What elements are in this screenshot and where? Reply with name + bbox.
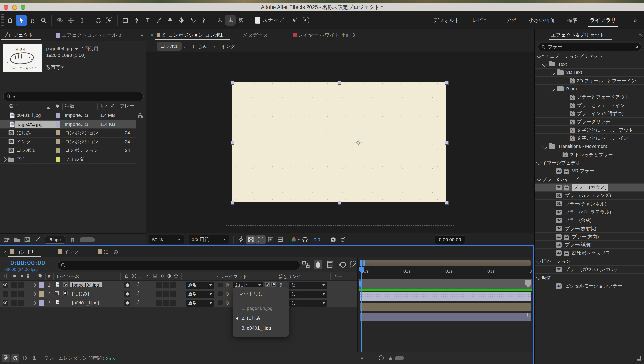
selection-handle[interactable] [445, 81, 448, 84]
project-item-インク[interactable]: インクコンポジション24 [0, 137, 136, 146]
render-engine-icon[interactable] [34, 236, 41, 243]
toggle-inout-pane-icon[interactable] [20, 354, 28, 362]
sort-ascending-icon[interactable] [46, 104, 50, 110]
blend-mode-dropdown[interactable]: 通常 [186, 282, 214, 289]
tool-eraser[interactable] [176, 15, 187, 26]
effect-item-ブラー(合成)[interactable]: 32ブラー(合成) [535, 216, 644, 225]
effect-item-旧バージョン[interactable]: 旧バージョン [535, 257, 644, 266]
effect-item-ブラー(カメラレンズ)[interactable]: 32ブラー(カメラレンズ) [535, 192, 644, 200]
effect-item-ブラーとフェードアウト[interactable]: fxブラーとフェードアウト [535, 93, 644, 101]
video-column-icon[interactable] [4, 274, 9, 279]
more-tabs-icon[interactable]: » [140, 32, 146, 38]
frame-blend-toggle[interactable] [156, 291, 162, 297]
tab-effect-controls[interactable]: エフェクトコントロール p [53, 29, 124, 41]
quality-column-icon[interactable] [139, 274, 144, 279]
shy-toggle[interactable] [124, 299, 130, 306]
transparency-grid-icon[interactable] [246, 235, 256, 244]
tool-type[interactable]: T [142, 15, 154, 26]
current-timecode[interactable]: 0:00:00:00 [10, 259, 46, 266]
workspace-menu-icon[interactable]: ≡ [622, 17, 631, 23]
label-column-icon[interactable] [38, 274, 43, 279]
effect-item-ブラーイン (1 語ずつ)[interactable]: fxブラーイン (1 語ずつ) [535, 109, 644, 118]
audio-column-icon[interactable] [12, 274, 16, 279]
effect-item-3D Text[interactable]: 3D Text [535, 68, 644, 77]
viewer-timecode[interactable]: 0:00:00:00 [435, 235, 465, 244]
tool-rectangle[interactable] [120, 15, 131, 26]
panel-menu-icon[interactable]: ≡ [607, 32, 610, 38]
effect-item-ブラー(方向)[interactable]: 32ブラー(方向) [535, 233, 644, 241]
anchor-point-icon[interactable] [354, 139, 362, 147]
project-item-p0401_l.jpg[interactable]: p0401_l.jpgImporte...G1.4 MB [0, 111, 136, 120]
effect-item-ピクセルモーションブラー[interactable]: 32ピクセルモーションブラー [535, 282, 644, 290]
project-search-input[interactable] [3, 92, 144, 101]
motion-blur-toggle[interactable] [163, 282, 169, 288]
parent-link-column[interactable]: 親とリンク [278, 274, 302, 280]
tool-pan-camera[interactable] [65, 15, 76, 26]
tab-composition[interactable]: コンポジション コンポ1≡ [154, 29, 232, 41]
label-chip[interactable] [56, 148, 60, 153]
alpha-matte-icon[interactable] [265, 282, 270, 287]
tool-hand[interactable] [27, 15, 38, 26]
solo-toggle[interactable] [18, 282, 24, 288]
layer-bar-2[interactable] [360, 303, 531, 311]
col-name[interactable]: 名前 [8, 103, 18, 109]
timeline-layer-2[interactable]: 2[にじみ]/通常@なし [0, 290, 357, 299]
new-composition-icon[interactable] [24, 236, 30, 243]
zoom-in-frames-icon[interactable] [389, 356, 392, 359]
threed-toggle[interactable] [170, 299, 176, 306]
comp-mini-flowchart-icon[interactable] [302, 260, 310, 269]
label-chip[interactable] [56, 130, 60, 135]
selection-handle[interactable] [230, 201, 234, 204]
motion-blur-toggle[interactable] [163, 299, 169, 306]
local-axis-mode[interactable] [214, 15, 225, 26]
solo-toggle[interactable] [18, 299, 24, 306]
frame-blend-column-icon[interactable] [152, 274, 158, 279]
workspace-ライブラリ[interactable]: ライブラリ [584, 13, 622, 28]
label-column-icon[interactable] [56, 104, 60, 110]
audio-toggle[interactable] [11, 291, 17, 297]
mask-visibility-icon[interactable] [266, 235, 276, 244]
tool-region[interactable] [300, 15, 311, 26]
tab-project[interactable]: プロジェクト≡ [0, 29, 42, 41]
layer-name[interactable]: [p0401_l.jpg] [72, 300, 99, 305]
channels-icon[interactable] [290, 235, 300, 244]
region-of-interest-icon[interactable] [256, 235, 266, 244]
zoom-slider-track[interactable] [366, 358, 386, 358]
timeline-tab-comp1[interactable]: コンポ1≡ [7, 246, 42, 257]
pick-whip-icon[interactable]: @ [226, 300, 228, 305]
tool-zoom[interactable] [38, 15, 49, 26]
label-chip[interactable] [56, 122, 60, 126]
layer-name-column[interactable]: レイヤー名 [57, 274, 80, 280]
breadcrumb-comp1[interactable]: コンポ1 [156, 42, 182, 51]
project-item-page404.jpg[interactable]: page404.jpgImporte...G114 KB [0, 120, 136, 129]
effect-item-ブラー (ガウス)[interactable]: 32ブラー (ガウス) [535, 183, 644, 192]
pick-whip-icon[interactable]: @ [226, 291, 228, 296]
world-axis-mode[interactable] [225, 15, 236, 26]
tool-rotation[interactable] [92, 15, 104, 26]
toggle-transfer-pane-icon[interactable] [11, 354, 19, 362]
frame-blend-toggle-icon[interactable] [326, 260, 334, 269]
effect-item-ブラー&シャープ[interactable]: ブラー&シャープ [535, 175, 644, 183]
time-ruler[interactable]: 00s01s02s03s0 [358, 266, 533, 279]
footage-caret-icon[interactable] [75, 48, 78, 50]
layer-label-chip[interactable] [39, 299, 44, 306]
shy-toggle[interactable] [124, 282, 130, 288]
tool-home[interactable] [4, 15, 16, 26]
bpc-button[interactable]: 8 bpc [45, 236, 66, 243]
marker-bin-icon[interactable] [526, 312, 531, 318]
clear-search-icon[interactable]: × [635, 44, 638, 50]
quality-toggle[interactable]: / [137, 299, 139, 305]
number-column[interactable]: # [48, 274, 50, 278]
toolbar-grip[interactable] [1, 14, 4, 26]
tool-camera-wireframe[interactable] [104, 15, 115, 26]
blend-mode-dropdown[interactable]: 通常 [186, 291, 214, 298]
interpret-footage-icon[interactable] [4, 236, 10, 243]
effect-item-Transitions - Movement[interactable]: Transitions - Movement [535, 142, 644, 151]
label-chip[interactable] [56, 139, 60, 144]
effect-item-ブラー(チャンネル)[interactable]: 32ブラー(チャンネル) [535, 200, 644, 208]
effect-item-文字ごとにハー...ーアウト[interactable]: fx文字ごとにハー...ーアウト [535, 126, 644, 134]
expand-layer-icon[interactable] [32, 291, 38, 297]
resolution-dropdown[interactable]: 1/2 画質 [189, 235, 229, 244]
effect-item-ブラー(詳細)[interactable]: 16ブラー(詳細) [535, 241, 644, 249]
snap-label[interactable]: スナップ [262, 17, 284, 24]
